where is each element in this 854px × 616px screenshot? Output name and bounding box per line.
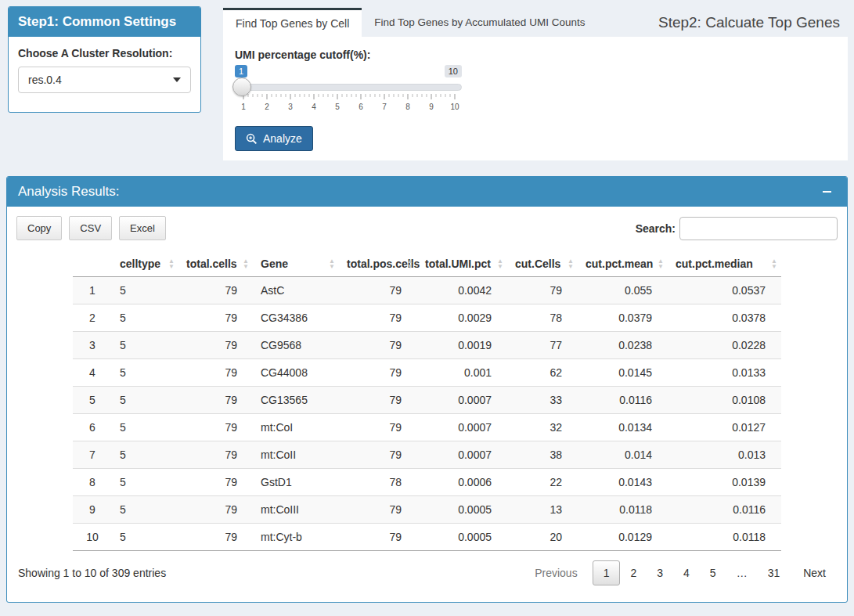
table-row[interactable]: 5579CG13565790.0007330.01160.0108 [73,387,781,414]
table-cell: 0.0143 [578,469,668,496]
table-cell: 0.0116 [578,387,668,414]
table-cell: 0.001 [417,359,507,387]
step1-panel-body: Choose A Cluster Resolution: res.0.4 [9,37,200,112]
tab-find-top-genes-by-umi[interactable]: Find Top Genes by Accumulated UMI Counts [362,8,597,37]
slider-track[interactable] [235,84,462,91]
table-row[interactable]: 10579mt:Cyt-b790.0005200.01290.0118 [73,524,781,551]
table-cell: AstC [253,277,339,304]
column-header-cut.pct.median[interactable]: cut.pct.median▲▼ [668,251,781,277]
slider-tick-minor [380,94,380,97]
slider-tick-major [431,94,432,99]
table-cell: 0.0007 [417,414,507,441]
column-header-total.pos.cells[interactable]: total.pos.cells▲▼ [339,251,417,277]
previous-page-button[interactable]: Previous [524,561,587,585]
table-cell: 0.0005 [417,524,507,551]
table-row[interactable]: 9579mt:CoIII790.0005130.01180.0116 [73,496,781,524]
page-button-3[interactable]: 3 [647,561,673,585]
table-cell: 5 [112,414,178,441]
search-input[interactable] [679,217,838,240]
table-body: 1579AstC790.0042790.0550.05372579CG34386… [73,277,781,551]
column-header-Gene[interactable]: Gene▲▼ [253,251,339,277]
table-row[interactable]: 3579CG9568790.0019770.02380.0228 [73,332,781,359]
table-cell: 5 [112,359,178,387]
slider-tick-label: 5 [335,103,340,111]
page-numbers: 12345…31 [593,560,791,585]
table-cell: 79 [339,496,417,524]
table-cell: 0.0118 [578,496,668,524]
csv-button[interactable]: CSV [69,216,112,240]
row-number: 6 [73,414,112,441]
slider-tick-minor [347,94,348,97]
table-cell: 13 [507,496,578,524]
slider-tick-minor [351,94,352,97]
page-button-5[interactable]: 5 [700,561,726,585]
table-row[interactable]: 2579CG34386790.0029780.03790.0378 [73,304,781,332]
table-row[interactable]: 7579mt:CoII790.0007380.0140.013 [73,441,781,469]
table-cell: 0.013 [668,441,781,469]
slider-tick-minor [417,94,418,97]
cluster-resolution-value: res.0.4 [28,74,62,86]
tab-find-top-genes-by-cell[interactable]: Find Top Genes by Cell [223,8,362,37]
analyze-button[interactable]: Analyze [235,126,313,151]
cluster-resolution-select[interactable]: res.0.4 [18,67,191,93]
slider-tick-minor [398,94,399,97]
column-header-total.UMI.pct[interactable]: total.UMI.pct▲▼ [417,251,507,277]
slider-tick-minor [366,94,366,97]
table-cell: mt:CoI [253,414,339,441]
slider-handle[interactable] [232,77,251,96]
page-button-4[interactable]: 4 [673,561,700,585]
table-row[interactable]: 1579AstC790.0042790.0550.0537 [73,277,781,304]
slider-tick-minor [272,94,272,97]
slider-tick-minor [389,94,390,97]
table-cell: 38 [507,441,578,469]
table-cell: 79 [339,387,417,414]
umi-cutoff-label: UMI percentage cutoff(%): [235,49,370,61]
slider-tick-minor [356,94,357,97]
caret-down-icon [173,77,181,82]
search-wrap: Search: [636,217,838,240]
table-row[interactable]: 8579GstD1780.0006220.01430.0139 [73,469,781,496]
pagination-ellipsis: … [726,561,758,585]
column-header-label: total.cells [186,258,237,270]
table-cell: 20 [507,524,578,551]
slider-tick-minor [342,94,343,97]
column-header-label: Gene [261,258,288,270]
collapse-button[interactable] [817,182,836,201]
copy-button[interactable]: Copy [16,216,62,240]
table-cell: 0.0005 [417,496,507,524]
table-cell: 0.0378 [668,304,781,332]
column-header-cut.pct.mean[interactable]: cut.pct.mean▲▼ [578,251,668,277]
page-button-2[interactable]: 2 [620,561,647,585]
excel-button[interactable]: Excel [119,216,166,240]
slider-tick-minor [370,94,371,97]
slider-tick-minor [252,94,253,97]
column-header-cut.Cells[interactable]: cut.Cells▲▼ [507,251,578,277]
page-button-31[interactable]: 31 [758,561,791,585]
slider-max-label: 10 [445,65,462,77]
table-cell: 0.0029 [417,304,507,332]
slider-tick-minor [281,94,282,97]
table-cell: mt:Cyt-b [253,524,339,551]
table-cell: 0.0228 [668,332,781,359]
minus-icon [823,191,831,193]
sort-arrows-icon: ▲▼ [243,258,249,269]
column-header-celltype[interactable]: celltype▲▼ [112,251,178,277]
table-cell: 79 [339,524,417,551]
table-cell: CG34386 [253,304,339,332]
table-cell: 0.0007 [417,441,507,469]
table-cell: CG9568 [253,332,339,359]
slider-tick-label: 1 [241,103,246,111]
table-cell: 5 [112,469,178,496]
slider-tick-minor [403,94,404,97]
step2-tab-nav: Find Top Genes by Cell Find Top Genes by… [223,8,848,37]
sort-arrows-icon: ▲▼ [658,258,664,269]
table-row[interactable]: 4579CG44008790.001620.01450.0133 [73,359,781,387]
row-number: 5 [73,387,112,414]
table-cell: 79 [178,414,253,441]
column-header-total.cells[interactable]: total.cells▲▼ [178,251,253,277]
table-row[interactable]: 6579mt:CoI790.0007320.01340.0127 [73,414,781,441]
row-number: 2 [73,304,112,332]
page-button-1[interactable]: 1 [593,560,621,585]
next-page-button[interactable]: Next [793,561,836,585]
table-cell: 79 [339,332,417,359]
